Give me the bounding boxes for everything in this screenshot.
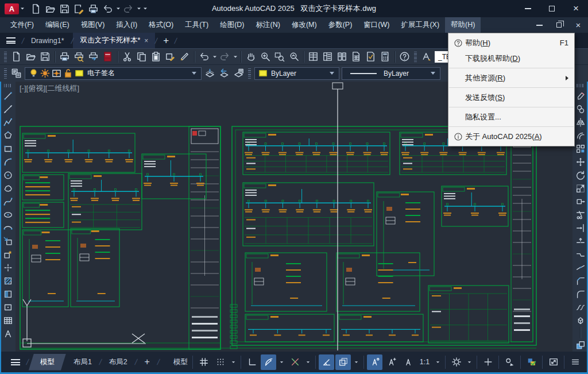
print-icon[interactable]	[57, 50, 72, 64]
selection-cycling-icon[interactable]	[335, 354, 351, 370]
tool-palettes-icon[interactable]	[335, 50, 349, 64]
annotation-monitor-icon[interactable]	[480, 354, 496, 370]
menu-modify[interactable]: 修改(M)	[286, 17, 323, 33]
print-icon[interactable]	[86, 2, 100, 16]
polar-caret-icon[interactable]	[277, 354, 286, 370]
table-icon[interactable]	[1, 314, 16, 327]
help-menu-item-help[interactable]: 帮助(H) F1	[448, 35, 574, 51]
color-dropdown-caret-icon[interactable]	[330, 72, 334, 75]
viewport-controls-label[interactable]: [-][俯视][二维线框]	[20, 83, 79, 94]
layout-tabs-menu-icon[interactable]	[5, 354, 26, 370]
annotation-scale-value[interactable]: 1:1	[417, 354, 432, 370]
annotation-scale-icon[interactable]	[400, 354, 416, 370]
annotation-visibility-icon[interactable]	[367, 354, 382, 370]
design-center-icon[interactable]	[320, 50, 335, 64]
snap-caret-icon[interactable]	[229, 354, 238, 370]
save-icon[interactable]	[57, 2, 72, 16]
menu-dimension[interactable]: 标注(N)	[250, 17, 286, 33]
quick-calc-icon[interactable]	[378, 50, 392, 64]
redo-icon[interactable]	[121, 2, 136, 16]
new-icon[interactable]	[9, 50, 24, 64]
zoom-previous-icon[interactable]	[287, 50, 301, 64]
layer-previous-icon[interactable]	[217, 67, 231, 80]
rectangle-icon[interactable]	[1, 142, 16, 155]
tab-close-icon[interactable]: ×	[144, 37, 148, 45]
point-icon[interactable]	[1, 261, 16, 274]
gradient-icon[interactable]	[1, 287, 16, 300]
workspace-caret-icon[interactable]	[465, 354, 474, 370]
linetype-dropdown-caret-icon[interactable]	[431, 72, 435, 75]
layer-thaw-icon[interactable]	[39, 68, 51, 79]
offset-icon[interactable]	[573, 129, 588, 142]
tab-drawing1[interactable]: Drawing1*	[24, 33, 71, 48]
qat-customize-caret-icon[interactable]	[142, 2, 148, 16]
object-snap-caret-icon[interactable]	[352, 354, 361, 370]
mirror-icon[interactable]	[573, 115, 588, 129]
help-menu-item-resources[interactable]: 其他资源(R)	[448, 70, 574, 86]
plot-icon[interactable]	[86, 50, 100, 64]
maximize-button[interactable]	[540, 0, 564, 17]
print-preview-icon[interactable]	[72, 50, 86, 64]
toolbar-grip[interactable]	[4, 84, 12, 87]
undo-icon[interactable]	[197, 50, 211, 64]
open-icon[interactable]	[43, 2, 57, 16]
menu-help[interactable]: 帮助(H)	[445, 17, 481, 33]
hatch-icon[interactable]	[1, 274, 16, 287]
redo-caret-icon[interactable]	[136, 2, 142, 16]
menu-express[interactable]: 扩展工具(X)	[395, 17, 445, 33]
graphics-performance-icon[interactable]	[524, 354, 539, 370]
file-tabs-menu-icon[interactable]	[0, 33, 22, 48]
scale-icon[interactable]	[573, 182, 588, 195]
doc-close-button[interactable]: ×	[568, 17, 588, 33]
undo-caret-icon[interactable]	[115, 2, 121, 16]
layout-tab-layout2[interactable]: 布局2	[102, 354, 135, 371]
extend-icon[interactable]	[573, 221, 588, 234]
line-icon[interactable]	[1, 89, 16, 102]
polar-tracking-icon[interactable]	[261, 354, 276, 370]
blend-curves-icon[interactable]	[573, 300, 588, 314]
new-layout-button[interactable]: +	[137, 353, 157, 371]
help-icon[interactable]	[397, 50, 412, 64]
toolbar-grip[interactable]	[4, 68, 7, 79]
model-space-toggle[interactable]: 模型	[172, 354, 189, 370]
undo-icon[interactable]	[100, 2, 115, 16]
array-icon[interactable]	[573, 142, 588, 155]
zoom-window-icon[interactable]	[272, 50, 287, 64]
doc-minimize-button[interactable]	[529, 17, 549, 33]
paste-icon[interactable]	[149, 50, 163, 64]
zoom-realtime-icon[interactable]	[258, 50, 272, 64]
osnap-tracking-icon[interactable]	[287, 354, 303, 370]
ortho-mode-icon[interactable]	[244, 354, 260, 370]
workspace-gear-icon[interactable]	[448, 354, 464, 370]
cut-icon[interactable]	[120, 50, 134, 64]
region-icon[interactable]	[1, 300, 16, 314]
open-icon[interactable]	[24, 50, 38, 64]
object-snap-icon[interactable]	[319, 354, 334, 370]
close-button[interactable]: ×	[564, 0, 588, 17]
rotate-icon[interactable]	[573, 168, 588, 182]
help-menu-item-privacy[interactable]: 隐私设置...	[448, 109, 574, 125]
tab-active-document[interactable]: 双击文字卡死样本* ×	[73, 33, 155, 48]
break-at-point-icon[interactable]	[573, 234, 588, 248]
layer-on-icon[interactable]	[28, 68, 39, 79]
dropdown-caret-icon[interactable]	[232, 50, 238, 64]
menu-file[interactable]: 文件(F)	[5, 17, 40, 33]
toolbar-grip[interactable]	[248, 68, 251, 79]
dwf-icon[interactable]	[100, 50, 115, 64]
join-icon[interactable]	[573, 261, 588, 274]
match-properties-icon[interactable]	[177, 50, 192, 64]
arc-icon[interactable]	[1, 155, 16, 168]
layer-dropdown-caret-icon[interactable]	[192, 72, 196, 75]
snap-mode-icon[interactable]	[212, 354, 228, 370]
toolbar-grip[interactable]	[414, 52, 417, 62]
autoscale-icon[interactable]	[384, 354, 399, 370]
insert-block-icon[interactable]	[1, 234, 16, 248]
multiline-text-icon[interactable]	[1, 327, 16, 340]
break-icon[interactable]	[573, 248, 588, 261]
save-icon[interactable]	[38, 50, 52, 64]
fillet-icon[interactable]	[573, 287, 588, 300]
pan-icon[interactable]	[243, 50, 258, 64]
customization-icon[interactable]	[567, 354, 583, 370]
scale-caret-icon[interactable]	[434, 354, 442, 370]
trim-icon[interactable]	[573, 208, 588, 221]
